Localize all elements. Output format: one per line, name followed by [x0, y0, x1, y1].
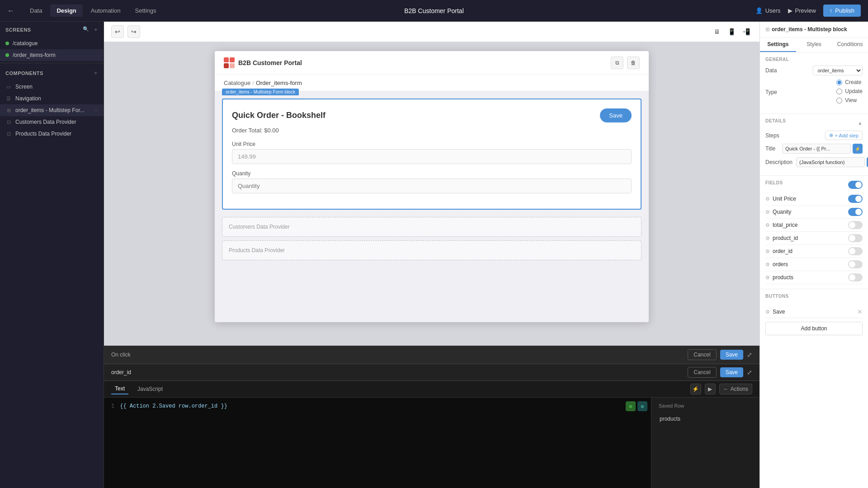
redo-button[interactable]: ↪	[127, 25, 140, 38]
title-input[interactable]	[782, 144, 851, 154]
delete-icon-btn[interactable]: 🗑	[627, 56, 640, 69]
details-collapse-icon[interactable]: ▲	[858, 120, 863, 126]
breadcrumb-current: Order_items-form	[256, 80, 302, 86]
lightning-icon-btn[interactable]: ⚡	[690, 384, 701, 394]
general-section: GENERAL Data order_items Type Create Upd…	[760, 52, 868, 114]
title-lightning-button[interactable]: ⚡	[853, 144, 863, 154]
tablet-view-button[interactable]: 📱	[725, 25, 738, 38]
actions-back-btn[interactable]: ← Actions	[719, 384, 752, 394]
screen-item-catalogue[interactable]: /catalogue	[0, 38, 104, 49]
autocomplete-panel: Saved Row products	[651, 398, 760, 488]
type-create-radio[interactable]: Create	[836, 79, 863, 85]
back-button[interactable]: ←	[7, 7, 14, 15]
type-view-radio[interactable]: View	[836, 97, 863, 103]
comp-item-products-dp[interactable]: ⊡ Products Data Provider	[0, 128, 104, 140]
field-item-product-id: ⚙ product_id	[765, 232, 863, 245]
comp-item-customers-dp[interactable]: ⊡ Customers Data Provider	[0, 116, 104, 128]
publish-icon: ↑	[830, 7, 833, 14]
add-button-button[interactable]: Add button	[765, 322, 863, 335]
nav-tab-data[interactable]: Data	[24, 5, 48, 17]
data-field-label: Data	[765, 67, 809, 74]
form-save-button[interactable]: Save	[600, 108, 632, 122]
app-title: B2B Customer Portal	[238, 59, 302, 66]
button-gear-icon[interactable]: ⚙	[765, 309, 770, 315]
undo-button[interactable]: ↩	[111, 25, 124, 38]
fields-section-divider: Fields	[765, 180, 863, 189]
field-gear-icon[interactable]: ⚙	[765, 222, 770, 228]
field-toggle-orders[interactable]	[848, 260, 863, 268]
nav-tab-design[interactable]: Design	[50, 5, 82, 17]
buttons-section: Buttons ⚙ Save ✕ Add button	[760, 289, 868, 340]
nav-tab-settings[interactable]: Settings	[129, 5, 163, 17]
tab-settings[interactable]: Settings	[760, 38, 796, 52]
expand-icon[interactable]: ⤢	[747, 351, 752, 358]
form-block-wrapper: order_items - Multistep Form block Quick…	[222, 99, 642, 210]
customers-data-provider-box: Customers Data Provider	[222, 217, 642, 237]
editor-tab-text[interactable]: Text	[111, 384, 128, 394]
field-name-quanity: Quanity	[773, 209, 845, 215]
field-gear-icon[interactable]: ⚙	[765, 209, 770, 215]
editor-tab-javascript[interactable]: JavaScript	[134, 384, 166, 394]
back-arrow-icon: ←	[723, 386, 729, 392]
editor-content: 1 {{ Action 2.Saved row.order_id }} ⊙ ⊙ …	[104, 398, 760, 488]
field-gear-icon[interactable]: ⚙	[765, 275, 770, 281]
unit-price-input[interactable]	[232, 149, 632, 164]
field-toggle-products[interactable]	[848, 273, 863, 282]
field-toggle-order-id[interactable]	[848, 247, 863, 255]
type-update-radio[interactable]: Update	[836, 88, 863, 94]
nav-tab-automation[interactable]: Automation	[85, 5, 127, 17]
comp-item-navigation[interactable]: ☰ Navigation	[0, 93, 104, 104]
editor-tabs: Text JavaScript ⚡ ▶ ← Actions	[104, 381, 760, 398]
users-button[interactable]: 👤 Users	[755, 7, 781, 14]
quantity-label: Quanity	[232, 170, 632, 177]
green-helper-icon[interactable]: ⊙	[626, 401, 636, 411]
search-icon[interactable]: 🔍	[83, 26, 90, 33]
tab-conditions[interactable]: Conditions	[832, 38, 868, 52]
right-panel-header: ⊞ order_items - Multistep block	[760, 22, 868, 38]
add-screen-icon[interactable]: ＋	[93, 26, 99, 33]
preview-icon: ▶	[788, 7, 793, 14]
mobile-view-button[interactable]: 📲	[740, 25, 752, 38]
field-toggle-total-price[interactable]	[848, 221, 863, 229]
autocomplete-item-products[interactable]: products	[655, 413, 756, 425]
add-component-icon[interactable]: ＋	[93, 70, 99, 76]
field-toggle-quanity[interactable]	[848, 208, 863, 216]
button-delete-icon[interactable]: ✕	[857, 308, 863, 315]
teal-helper-icon[interactable]: ⊙	[637, 401, 647, 411]
description-input[interactable]	[796, 157, 865, 167]
code-area[interactable]: 1 {{ Action 2.Saved row.order_id }} ⊙ ⊙	[104, 398, 651, 488]
field-gear-icon[interactable]: ⚙	[765, 262, 770, 267]
editor-cancel-button[interactable]: Cancel	[688, 349, 716, 360]
preview-button[interactable]: ▶ Preview	[788, 7, 816, 14]
editor-save-button-2[interactable]: Save	[720, 367, 743, 377]
components-header-icons: ＋	[93, 70, 99, 76]
screen-status-dot	[5, 42, 9, 45]
expand-icon-2[interactable]: ⤢	[747, 369, 752, 376]
field-toggle-unit-price[interactable]	[848, 195, 863, 203]
desktop-view-button[interactable]: 🖥	[711, 25, 723, 38]
type-radio-group: Create Update View	[836, 79, 863, 103]
products-dp-icon: ⊡	[5, 131, 12, 137]
multistep-more-icon[interactable]: ···	[94, 108, 98, 113]
field-name-products: products	[773, 274, 845, 281]
add-step-button[interactable]: ⊕ + Add step	[825, 131, 863, 140]
copy-icon-btn[interactable]: ⧉	[611, 56, 623, 69]
field-toggle-product-id[interactable]	[848, 234, 863, 242]
unit-price-label: Unit Price	[232, 141, 632, 147]
play-icon-btn[interactable]: ▶	[705, 384, 716, 394]
field-gear-icon[interactable]: ⚙	[765, 235, 770, 241]
quantity-input[interactable]	[232, 178, 632, 193]
field-gear-icon[interactable]: ⚙	[765, 196, 770, 202]
screen-item-order-items-form[interactable]: /order_items-form	[0, 49, 104, 61]
comp-item-screen[interactable]: ▭ Screen	[0, 81, 104, 93]
field-gear-icon[interactable]: ⚙	[765, 249, 770, 254]
data-select[interactable]: order_items	[813, 66, 863, 75]
tab-styles[interactable]: Styles	[796, 38, 832, 52]
editor-save-button[interactable]: Save	[720, 350, 743, 360]
breadcrumb-catalogue[interactable]: Catalogue	[224, 80, 250, 86]
publish-button[interactable]: ↑ Publish	[823, 5, 861, 17]
field-item-orders: ⚙ orders	[765, 258, 863, 271]
editor-cancel-button-2[interactable]: Cancel	[688, 367, 716, 378]
comp-item-multistep[interactable]: ⊞ order_items - Multistep For... ···	[0, 104, 104, 116]
fields-toggle[interactable]	[848, 181, 863, 189]
